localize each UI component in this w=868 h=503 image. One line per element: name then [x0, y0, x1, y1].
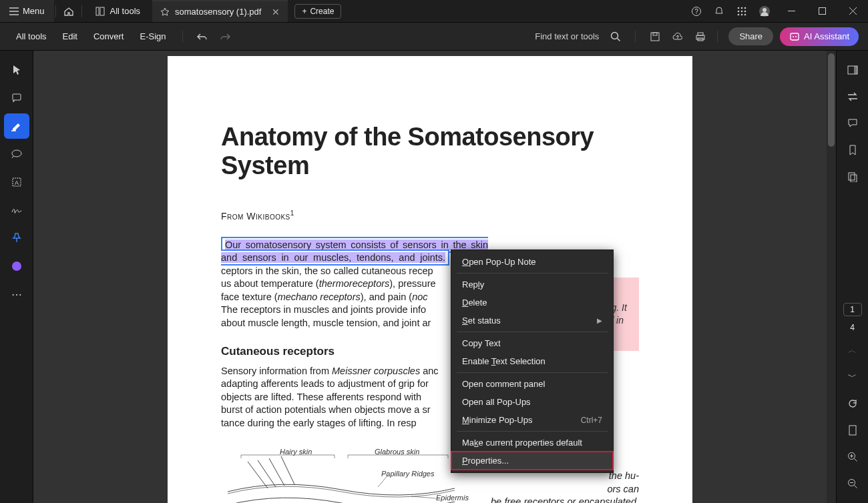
panel-toggle[interactable]	[841, 59, 864, 81]
highlight-annotation[interactable]: Our somatosensory system consists of sen…	[221, 237, 488, 266]
cm-open-all[interactable]: Open all Pop-Ups	[451, 393, 613, 411]
svg-point-14	[763, 8, 767, 12]
svg-point-10	[738, 13, 740, 15]
plus-icon: +	[302, 7, 306, 16]
zoom-out-icon	[847, 478, 858, 489]
cm-enable-text[interactable]: Enable Text Selection	[451, 352, 613, 370]
search-icon	[610, 31, 621, 42]
signature-icon	[11, 205, 23, 215]
scroll-thumb[interactable]	[828, 53, 835, 147]
swap-icon	[847, 92, 859, 101]
account-button[interactable]	[753, 0, 776, 22]
zoom-in[interactable]	[841, 446, 864, 468]
svg-point-9	[744, 10, 746, 12]
star-icon	[160, 7, 170, 17]
svg-rect-22	[791, 33, 799, 40]
more-tools[interactable]: ⋯	[4, 282, 29, 307]
cm-properties[interactable]: Properties...	[451, 452, 613, 470]
comments-panel[interactable]	[841, 112, 864, 135]
page-up[interactable]: ︿	[841, 339, 864, 362]
convert-button[interactable]: Convert	[87, 27, 131, 45]
document-viewport[interactable]: Anatomy of the Somatosensory System From…	[33, 51, 827, 503]
share-button[interactable]: Share	[728, 27, 773, 45]
esign-button[interactable]: E-Sign	[133, 27, 172, 45]
svg-point-26	[12, 150, 21, 157]
text-tool[interactable]: A	[4, 169, 29, 195]
help-button[interactable]: ?	[685, 0, 708, 22]
close-icon	[849, 7, 857, 15]
svg-rect-19	[698, 33, 703, 35]
save-button[interactable]	[645, 27, 665, 47]
page-view[interactable]	[841, 419, 864, 442]
draw-tool[interactable]	[4, 141, 29, 167]
close-window-button[interactable]	[837, 0, 868, 22]
notifications-button[interactable]	[708, 0, 730, 22]
page-down[interactable]: ﹀	[841, 366, 864, 388]
paragraph-2: Sensory information from Meissner corpus…	[221, 365, 468, 430]
undo-icon	[197, 32, 208, 41]
svg-point-5	[741, 7, 743, 9]
cm-open-panel[interactable]: Open comment panel	[451, 375, 613, 393]
bell-icon	[714, 6, 724, 17]
cm-open-popup[interactable]: Open Pop-Up Note	[451, 253, 613, 271]
current-page[interactable]: 1	[843, 303, 862, 316]
bookmark-button[interactable]	[841, 139, 864, 161]
close-tab-icon[interactable]: ✕	[272, 7, 280, 17]
pin-tool[interactable]	[4, 225, 29, 251]
rotate-button[interactable]	[841, 392, 864, 415]
cm-delete[interactable]: Delete	[451, 294, 613, 312]
copy-button[interactable]	[841, 165, 864, 188]
save-icon	[650, 31, 660, 42]
undo-button[interactable]	[192, 27, 212, 47]
create-button[interactable]: + Create	[294, 4, 341, 19]
svg-point-4	[738, 7, 740, 9]
svg-line-31	[269, 458, 284, 486]
select-tool[interactable]	[4, 57, 29, 83]
edit-button[interactable]: Edit	[56, 27, 84, 45]
navigate-button[interactable]	[841, 85, 864, 108]
cm-reply[interactable]: Reply	[451, 276, 613, 294]
cm-make-default[interactable]: Make current properties default	[451, 434, 613, 452]
highlight-tool[interactable]	[4, 113, 29, 139]
alltools-tab[interactable]: All tools	[83, 0, 153, 22]
svg-line-32	[281, 456, 294, 484]
ai-icon	[789, 31, 800, 42]
home-button[interactable]	[57, 0, 80, 22]
cloud-button[interactable]	[668, 27, 688, 47]
rotate-icon	[847, 398, 858, 409]
ai-assistant-button[interactable]: AI Assistant	[780, 27, 859, 46]
redo-button[interactable]	[215, 27, 235, 47]
search-button[interactable]	[606, 27, 626, 47]
comment-icon	[11, 93, 22, 103]
cm-minimize[interactable]: Minimize Pop-UpsCtrl+7	[451, 411, 613, 429]
main-area: A ⋯ Anatomy of the Somatosensory System …	[0, 51, 868, 503]
comment-tool[interactable]	[4, 85, 29, 111]
pin-icon	[12, 233, 21, 243]
minimize-button[interactable]	[776, 0, 807, 22]
highlighter-icon	[11, 121, 23, 131]
user-icon	[758, 5, 771, 17]
svg-rect-15	[819, 8, 825, 15]
print-button[interactable]	[690, 27, 710, 47]
sign-tool[interactable]	[4, 197, 29, 223]
cm-set-status[interactable]: Set status▶	[451, 312, 613, 330]
zoom-out[interactable]	[841, 472, 864, 495]
right-toolbar: 1 4 ︿ ﹀	[836, 51, 868, 503]
maximize-button[interactable]	[807, 0, 837, 22]
alltools-button[interactable]: All tools	[9, 27, 53, 45]
scrollbar[interactable]	[827, 51, 836, 503]
text-icon: A	[11, 177, 22, 187]
context-menu: Open Pop-Up Note Reply Delete Set status…	[451, 249, 614, 473]
svg-line-29	[248, 462, 268, 488]
svg-point-16	[612, 32, 618, 39]
document-tab[interactable]: somatosensory (1).pdf ✕	[152, 0, 288, 22]
cm-copy-text[interactable]: Copy Text	[451, 334, 613, 352]
chevron-right-icon: ▶	[597, 317, 602, 324]
copy-icon	[847, 171, 858, 182]
apps-button[interactable]	[730, 0, 753, 22]
svg-rect-25	[13, 94, 21, 100]
svg-point-23	[793, 36, 794, 37]
color-tool[interactable]	[4, 254, 29, 279]
lasso-icon	[11, 149, 23, 159]
menu-button[interactable]: Menu	[0, 0, 54, 22]
